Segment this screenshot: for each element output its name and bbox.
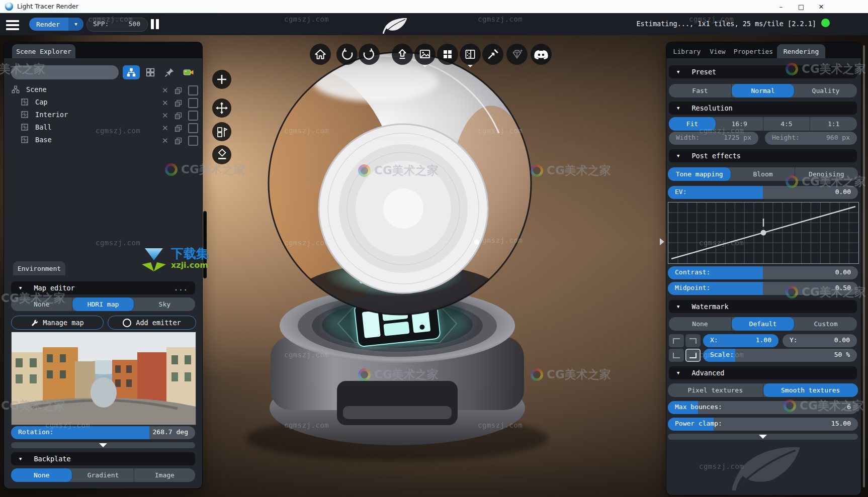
tab-environment[interactable]: Environment	[13, 261, 65, 275]
backplate-gradient[interactable]: Gradient	[72, 468, 134, 482]
discord-button[interactable]	[531, 44, 552, 65]
pe-denoising[interactable]: Denoising	[795, 167, 858, 181]
scene-search-input[interactable]	[11, 65, 119, 79]
visibility-checkbox[interactable]	[188, 98, 198, 108]
res-1-1[interactable]: 1:1	[810, 117, 857, 131]
contrast-slider[interactable]: Contrast: 0.00	[668, 266, 858, 279]
width-field[interactable]: Width: 1725 px	[669, 132, 758, 145]
wm-custom[interactable]: Custom	[795, 317, 857, 331]
duplicate-icon[interactable]	[174, 112, 183, 120]
minimize-button[interactable]: –	[774, 1, 788, 12]
move-tool[interactable]	[212, 98, 231, 118]
undo-button[interactable]	[336, 44, 358, 65]
mode-dropdown[interactable]: Render ▼	[29, 18, 83, 31]
duplicate-icon[interactable]	[174, 137, 183, 145]
env-mode-hdri[interactable]: HDRI map	[72, 297, 134, 311]
add-emitter-button[interactable]: Add emitter	[108, 316, 196, 330]
visibility-checkbox[interactable]	[188, 111, 198, 121]
rotation-fine-track[interactable]	[11, 442, 195, 448]
delete-icon[interactable]: ✕	[162, 136, 168, 145]
delete-icon[interactable]: ✕	[162, 124, 168, 133]
duplicate-icon[interactable]	[174, 124, 183, 133]
env-mode-sky[interactable]: Sky	[134, 297, 195, 311]
tab-properties[interactable]: Properties	[731, 44, 776, 58]
pixel-textures[interactable]: Pixel textures	[668, 383, 763, 397]
advanced-fine-track[interactable]	[668, 434, 858, 440]
add-object-tool[interactable]	[212, 70, 231, 89]
preset-header[interactable]: ▼ Preset	[669, 65, 857, 78]
visibility-checkbox[interactable]	[188, 136, 198, 146]
wm-corner-top-right[interactable]	[685, 334, 701, 347]
export-button[interactable]	[392, 44, 413, 65]
pe-bloom[interactable]: Bloom	[731, 167, 795, 181]
wm-y-slider[interactable]: Y: 0.00	[783, 334, 857, 347]
wm-x-slider[interactable]: X: 1.00	[703, 334, 778, 347]
visibility-checkbox[interactable]	[188, 123, 198, 133]
tab-scene-explorer[interactable]: Scene Explorer	[12, 44, 75, 58]
delete-icon[interactable]: ✕	[162, 86, 168, 95]
collapse-triangle-icon[interactable]: ▼	[677, 153, 679, 158]
close-button[interactable]: ✕	[815, 1, 828, 12]
snap-tool[interactable]	[212, 122, 231, 141]
res-16-9[interactable]: 16:9	[716, 117, 763, 131]
wm-none[interactable]: None	[669, 317, 732, 331]
height-field[interactable]: Height: 960 px	[765, 132, 857, 145]
preset-quality[interactable]: Quality	[795, 84, 857, 97]
backplate-image[interactable]: Image	[134, 468, 195, 482]
right-panel-scrollbar[interactable]	[863, 45, 865, 487]
resolution-header[interactable]: ▼ Resolution	[669, 102, 857, 115]
menu-button[interactable]	[6, 18, 19, 32]
pause-button[interactable]	[151, 19, 162, 29]
tone-curve-editor[interactable]	[668, 202, 859, 264]
hdri-preview-image[interactable]	[11, 332, 196, 425]
track-thumb-icon[interactable]	[759, 435, 767, 439]
smooth-textures[interactable]: Smooth textures	[763, 383, 858, 397]
advanced-header[interactable]: ▼ Advanced	[669, 366, 857, 379]
backplate-header[interactable]: ▼ Backplate	[11, 452, 195, 465]
track-thumb-icon[interactable]	[99, 443, 107, 447]
snapshot-menu-caret[interactable]	[422, 65, 427, 67]
midpoint-slider[interactable]: Midpoint: 0.50	[668, 282, 858, 295]
wm-scale-slider[interactable]: Scale: 50 %	[703, 349, 857, 362]
compare-menu-caret[interactable]	[468, 65, 473, 67]
snapshot-button[interactable]	[414, 44, 436, 65]
duplicate-icon[interactable]	[174, 86, 183, 95]
res-fit[interactable]: Fit	[669, 117, 716, 131]
watermark-header[interactable]: ▼ Watermark	[669, 300, 857, 313]
flat-view-button[interactable]	[142, 65, 159, 79]
wm-corner-bottom-right[interactable]	[685, 349, 701, 362]
ev-slider[interactable]: EV: 0.00	[668, 186, 858, 199]
tiles-view-button[interactable]	[437, 44, 458, 65]
maximize-button[interactable]: □	[795, 1, 808, 12]
tab-library[interactable]: Library	[669, 44, 705, 58]
backplate-none[interactable]: None	[11, 468, 72, 482]
max-bounces-slider[interactable]: Max bounces: 6	[668, 401, 858, 414]
hierarchy-view-button[interactable]	[123, 65, 140, 79]
gem-pro-button[interactable]	[506, 44, 528, 65]
collapse-triangle-icon[interactable]: ▼	[677, 69, 679, 74]
pin-panel-button[interactable]	[161, 65, 178, 79]
home-view-button[interactable]	[310, 44, 331, 65]
turntable-camera-button[interactable]	[180, 65, 197, 79]
env-mode-none[interactable]: None	[11, 297, 72, 311]
more-menu-icon[interactable]: ...	[174, 284, 188, 292]
collapse-triangle-icon[interactable]: ▼	[19, 456, 22, 461]
delete-icon[interactable]: ✕	[162, 111, 168, 120]
power-clamp-slider[interactable]: Power clamp: 15.00	[668, 418, 858, 431]
delete-icon[interactable]: ✕	[162, 98, 168, 108]
spp-field[interactable]: SPP: 500	[86, 18, 148, 32]
tab-rendering[interactable]: Rendering	[777, 44, 825, 58]
preset-fast[interactable]: Fast	[669, 84, 732, 97]
render-region-button[interactable]	[482, 44, 503, 65]
wm-corner-top-left[interactable]	[669, 334, 684, 347]
collapse-triangle-icon[interactable]: ▼	[677, 370, 679, 375]
wm-corner-bottom-left[interactable]	[669, 349, 684, 362]
compare-view-button[interactable]	[460, 44, 481, 65]
pe-tone-mapping[interactable]: Tone mapping	[668, 167, 731, 181]
collapse-triangle-icon[interactable]: ▼	[677, 106, 679, 111]
manage-map-button[interactable]: Manage map	[11, 316, 104, 330]
map-editor-header[interactable]: ▼ Map editor ...	[11, 281, 195, 294]
redo-button[interactable]	[359, 44, 380, 65]
rotation-slider[interactable]: Rotation: 268.7 deg	[11, 426, 195, 439]
drop-to-floor-tool[interactable]	[212, 145, 231, 164]
